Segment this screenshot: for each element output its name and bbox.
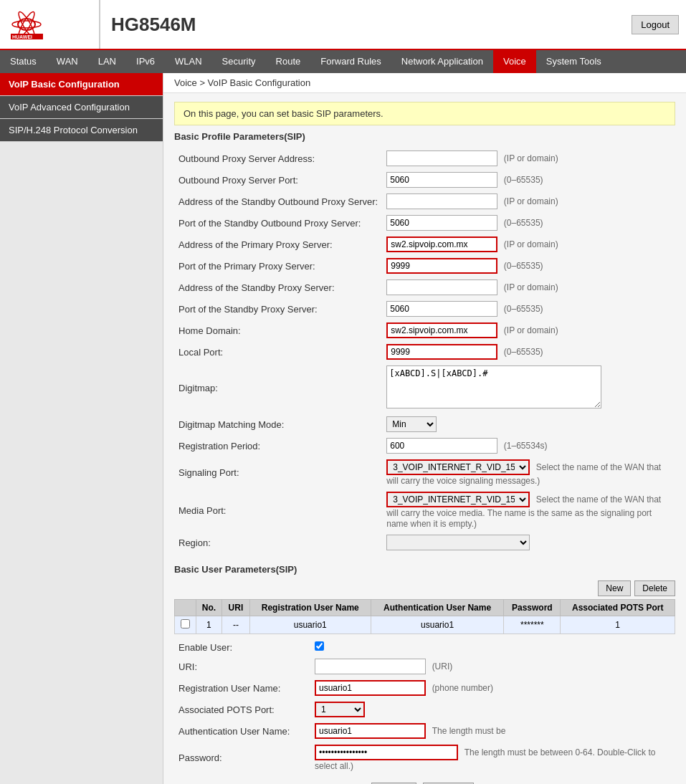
standby-outbound-addr-input[interactable] bbox=[386, 193, 497, 209]
row-checkbox-cell[interactable] bbox=[175, 616, 196, 634]
sidebar-item-sip-h248[interactable]: SIP/H.248 Protocol Conversion bbox=[0, 119, 163, 142]
region-label: Region: bbox=[174, 532, 382, 553]
field-signaling-port: Signaling Port: 3_VOIP_INTERNET_R_VID_15… bbox=[174, 456, 675, 489]
assoc-pots-cell: 1 2 bbox=[310, 699, 675, 720]
info-box: On this page, you can set basic SIP para… bbox=[174, 102, 675, 125]
nav-ipv6[interactable]: IPv6 bbox=[126, 50, 165, 73]
user-data-table: No. URI Registration User Name Authentic… bbox=[174, 599, 675, 634]
nav-wlan[interactable]: WLAN bbox=[165, 50, 212, 73]
field-standby-outbound-addr: Address of the Standby Outbound Proxy Se… bbox=[174, 191, 675, 212]
standby-outbound-port-label: Port of the Standby Outbound Proxy Serve… bbox=[174, 212, 382, 234]
outbound-proxy-port-hint: (0–65535) bbox=[504, 175, 543, 185]
nav-security[interactable]: Security bbox=[212, 50, 266, 73]
nav-status[interactable]: Status bbox=[0, 50, 47, 73]
svg-point-3 bbox=[12, 21, 41, 28]
col-pots-port: Associated POTS Port bbox=[561, 600, 675, 616]
digitmap-cell: [xABCD].S|[xABCD].# bbox=[382, 363, 675, 413]
row-uri: -- bbox=[222, 616, 249, 634]
standby-outbound-port-hint: (0–65535) bbox=[504, 218, 543, 228]
outbound-proxy-port-cell: (0–65535) bbox=[382, 169, 675, 191]
enable-user-label: Enable User: bbox=[174, 639, 310, 656]
nav-lan[interactable]: LAN bbox=[88, 50, 126, 73]
password-cell: The length must be between 0-64. Double-… bbox=[310, 742, 675, 774]
nav-wan[interactable]: WAN bbox=[47, 50, 88, 73]
main-layout: VoIP Basic Configuration VoIP Advanced C… bbox=[0, 73, 686, 784]
nav-system-tools[interactable]: System Tools bbox=[536, 50, 611, 73]
uri-input[interactable] bbox=[315, 659, 426, 674]
field-media-port: Media Port: 3_VOIP_INTERNET_R_VID_1503 S… bbox=[174, 489, 675, 532]
local-port-cell: (0–65535) bbox=[382, 341, 675, 363]
nav-voice[interactable]: Voice bbox=[493, 50, 536, 73]
region-select[interactable] bbox=[386, 535, 530, 550]
signaling-port-select[interactable]: 3_VOIP_INTERNET_R_VID_1503 bbox=[386, 459, 530, 475]
sub-field-reg-user: Registration User Name: (phone number) bbox=[174, 677, 675, 699]
reg-user-name-hint: (phone number) bbox=[432, 683, 493, 693]
nav-route[interactable]: Route bbox=[266, 50, 311, 73]
digitmap-mode-select[interactable]: Min Max bbox=[386, 416, 437, 432]
sub-field-uri: URI: (URI) bbox=[174, 656, 675, 677]
content: Voice > VoIP Basic Configuration On this… bbox=[163, 73, 686, 784]
col-uri: URI bbox=[222, 600, 249, 616]
reg-period-hint: (1–65534s) bbox=[504, 441, 548, 451]
col-auth-user: Authentication User Name bbox=[371, 600, 503, 616]
reg-period-cell: (1–65534s) bbox=[382, 435, 675, 456]
password-input[interactable] bbox=[315, 745, 458, 760]
basic-profile-section: Basic Profile Parameters(SIP) Outbound P… bbox=[174, 131, 675, 553]
digitmap-label: Digitmap: bbox=[174, 363, 382, 413]
auth-user-name-hint: The length must be bbox=[432, 726, 506, 736]
assoc-pots-select[interactable]: 1 2 bbox=[315, 702, 365, 717]
media-port-label: Media Port: bbox=[174, 489, 382, 532]
huawei-logo: HUAWEI bbox=[7, 9, 47, 41]
row-checkbox[interactable] bbox=[181, 619, 190, 628]
reg-user-name-input[interactable] bbox=[315, 680, 426, 696]
row-password: ******* bbox=[504, 616, 561, 634]
local-port-input[interactable] bbox=[386, 344, 497, 360]
outbound-proxy-addr-hint: (IP or domain) bbox=[504, 153, 558, 163]
media-port-cell: 3_VOIP_INTERNET_R_VID_1503 Select the na… bbox=[382, 489, 675, 532]
primary-proxy-addr-input[interactable] bbox=[386, 236, 497, 252]
nav-network-application[interactable]: Network Application bbox=[391, 50, 493, 73]
primary-proxy-port-hint: (0–65535) bbox=[504, 261, 543, 271]
delete-user-button[interactable]: Delete bbox=[634, 580, 675, 596]
uri-cell: (URI) bbox=[310, 656, 675, 677]
standby-proxy-port-input[interactable] bbox=[386, 301, 497, 317]
signaling-port-label: Signaling Port: bbox=[174, 456, 382, 489]
logo-area: HUAWEI bbox=[7, 0, 100, 49]
row-no: 1 bbox=[196, 616, 222, 634]
logout-button[interactable]: Logout bbox=[632, 15, 679, 34]
standby-proxy-port-label: Port of the Standby Proxy Server: bbox=[174, 298, 382, 320]
navbar: Status WAN LAN IPv6 WLAN Security Route … bbox=[0, 50, 686, 73]
standby-proxy-addr-input[interactable] bbox=[386, 279, 497, 295]
user-sub-form: Enable User: URI: (URI) Registration bbox=[174, 639, 675, 774]
outbound-proxy-addr-input[interactable] bbox=[386, 150, 497, 166]
field-local-port: Local Port: (0–65535) bbox=[174, 341, 675, 363]
primary-proxy-port-input[interactable] bbox=[386, 258, 497, 274]
sidebar-item-voip-advanced[interactable]: VoIP Advanced Configuration bbox=[0, 96, 163, 119]
field-standby-proxy-addr: Address of the Standby Proxy Server: (IP… bbox=[174, 277, 675, 298]
auth-user-name-input[interactable] bbox=[315, 723, 426, 739]
new-user-button[interactable]: New bbox=[598, 580, 631, 596]
standby-outbound-addr-cell: (IP or domain) bbox=[382, 191, 675, 212]
outbound-proxy-port-label: Outbound Proxy Server Port: bbox=[174, 169, 382, 191]
reg-period-input[interactable] bbox=[386, 438, 497, 454]
media-port-select[interactable]: 3_VOIP_INTERNET_R_VID_1503 bbox=[386, 492, 530, 507]
user-sub-form-table: Enable User: URI: (URI) Registration bbox=[174, 639, 675, 774]
nav-forward-rules[interactable]: Forward Rules bbox=[310, 50, 391, 73]
sidebar-item-voip-basic[interactable]: VoIP Basic Configuration bbox=[0, 73, 163, 96]
home-domain-input[interactable] bbox=[386, 322, 497, 338]
enable-user-checkbox[interactable] bbox=[315, 641, 324, 651]
standby-outbound-port-cell: (0–65535) bbox=[382, 212, 675, 234]
standby-proxy-addr-cell: (IP or domain) bbox=[382, 277, 675, 298]
standby-outbound-port-input[interactable] bbox=[386, 215, 497, 231]
field-primary-proxy-port: Port of the Primary Proxy Server: (0–655… bbox=[174, 255, 675, 277]
signaling-port-cell: 3_VOIP_INTERNET_R_VID_1503 Select the na… bbox=[382, 456, 675, 489]
standby-proxy-addr-hint: (IP or domain) bbox=[504, 282, 558, 292]
user-table-row[interactable]: 1 -- usuario1 usuario1 ******* 1 bbox=[175, 616, 675, 634]
outbound-proxy-port-input[interactable] bbox=[386, 172, 497, 188]
digitmap-textarea[interactable]: [xABCD].S|[xABCD].# bbox=[386, 365, 601, 408]
col-reg-user: Registration User Name bbox=[249, 600, 371, 616]
field-digitmap-mode: Digitmap Matching Mode: Min Max bbox=[174, 413, 675, 435]
password-label: Password: bbox=[174, 742, 310, 774]
row-reg-user: usuario1 bbox=[249, 616, 371, 634]
reg-user-name-cell: (phone number) bbox=[310, 677, 675, 699]
